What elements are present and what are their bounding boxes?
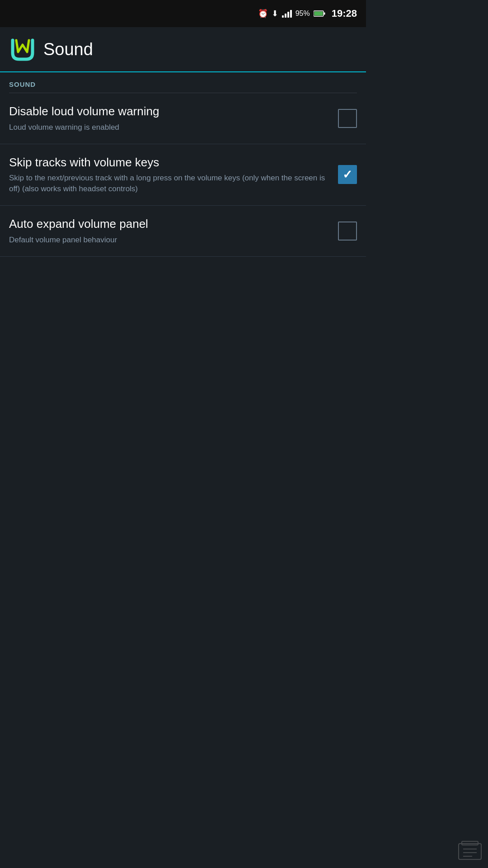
checkbox-skip-tracks[interactable]	[338, 165, 357, 184]
content-area: SOUND Disable loud volume warning Loud v…	[0, 72, 366, 257]
setting-title-disable-loud-volume: Disable loud volume warning	[9, 104, 329, 119]
battery-percent: 95%	[296, 9, 310, 18]
alarm-icon: ⏰	[258, 9, 268, 19]
svg-rect-1	[324, 13, 325, 15]
app-title: Sound	[43, 40, 93, 59]
setting-item-skip-tracks[interactable]: Skip tracks with volume keys Skip to the…	[0, 144, 366, 206]
checkbox-disable-loud-volume[interactable]	[338, 109, 357, 128]
data-transfer-icon: ⬇	[272, 9, 278, 19]
status-bar: ⏰ ⬇ 95% 19:28	[0, 0, 366, 27]
status-icons: ⏰ ⬇ 95% 19:28	[258, 8, 357, 19]
setting-item-auto-expand[interactable]: Auto expand volume panel Default volume …	[0, 206, 366, 257]
setting-subtitle-auto-expand: Default volume panel behaviour	[9, 235, 329, 245]
setting-subtitle-disable-loud-volume: Loud volume warning is enabled	[9, 122, 329, 133]
setting-item-disable-loud-volume[interactable]: Disable loud volume warning Loud volume …	[0, 93, 366, 144]
app-logo-icon	[9, 36, 36, 63]
battery-icon	[314, 10, 325, 17]
setting-subtitle-skip-tracks: Skip to the next/previous track with a l…	[9, 173, 329, 194]
setting-title-auto-expand: Auto expand volume panel	[9, 217, 329, 232]
checkbox-auto-expand[interactable]	[338, 222, 357, 241]
app-header: Sound	[0, 27, 366, 72]
setting-item-text-disable-loud-volume: Disable loud volume warning Loud volume …	[9, 104, 338, 133]
signal-bars-icon	[282, 9, 292, 18]
setting-item-text-auto-expand: Auto expand volume panel Default volume …	[9, 217, 338, 245]
status-time: 19:28	[332, 8, 357, 19]
svg-rect-2	[314, 12, 323, 16]
setting-title-skip-tracks: Skip tracks with volume keys	[9, 155, 329, 170]
section-header-sound: SOUND	[0, 72, 366, 93]
setting-item-text-skip-tracks: Skip tracks with volume keys Skip to the…	[9, 155, 338, 194]
